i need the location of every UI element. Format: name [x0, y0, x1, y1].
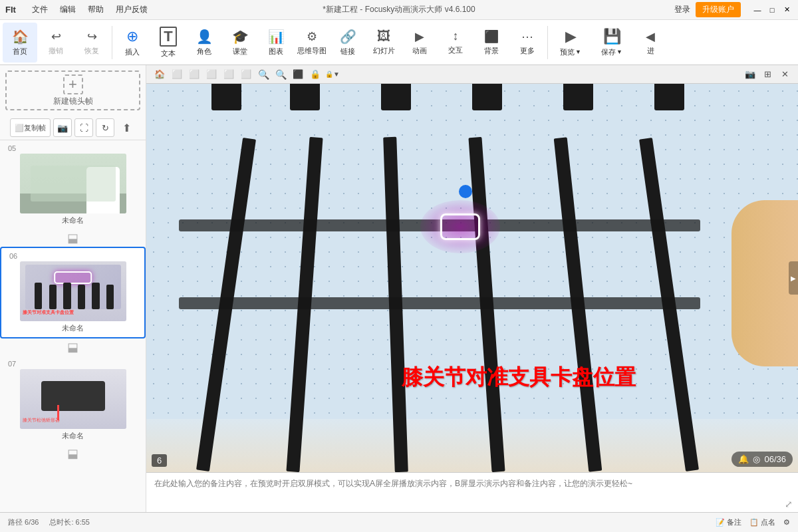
menu-help[interactable]: 帮助	[82, 3, 109, 17]
background-icon: ⬛	[484, 29, 499, 44]
fullscreen-button[interactable]: ⛶	[74, 118, 93, 137]
statusbar-settings-button[interactable]: ⚙	[783, 518, 790, 527]
toolbar-home[interactable]: 🏠 首页	[3, 23, 37, 63]
bottom-area	[146, 419, 798, 472]
toolbar-save[interactable]: 💾 保存 ▼	[592, 23, 632, 63]
statusbar-rename-button[interactable]: 📋 点名	[749, 517, 775, 527]
mindmap-icon: ⚙	[307, 29, 317, 44]
canvas-home-button[interactable]: 🏠	[152, 66, 168, 82]
progress-indicator: 🔔 ◎ 06/36	[732, 452, 793, 467]
slide-item-07[interactable]: 07 膝关节松弛矫形器 未命名	[0, 356, 146, 445]
notes-expand-button[interactable]: ⤢	[785, 499, 793, 509]
login-button[interactable]: 登录	[674, 4, 690, 15]
buckle-5	[563, 84, 593, 110]
undo-icon: ↩	[51, 29, 61, 44]
transition-06-07: ⬓	[0, 338, 146, 356]
copy-frame-button[interactable]: ⬜ 复制帧	[10, 118, 51, 137]
menu-edit[interactable]: 编辑	[55, 3, 81, 17]
statusbar-right: 📝 备注 📋 点名 ⚙	[716, 517, 790, 527]
insert-icon: ⊕	[126, 28, 138, 45]
canvas-crop1-button[interactable]: ⬜	[169, 66, 185, 82]
right-panel-collapse[interactable]: ▶	[789, 261, 798, 295]
buckle-2	[290, 84, 320, 110]
new-frame-button[interactable]: + 新建镜头帧	[5, 70, 140, 110]
slide-label-06: 未命名	[62, 323, 84, 333]
notes-input[interactable]	[146, 473, 798, 512]
close-button[interactable]: ✕	[781, 4, 793, 16]
notes-icon: 📝	[716, 518, 725, 527]
fabric-bg: 6 膝关节对准支具卡盘位置 🔔 ◎ 06/36	[146, 84, 798, 472]
text-icon: T	[160, 27, 176, 47]
canvas-close-button[interactable]: ✕	[777, 66, 793, 82]
canvas-lock-button[interactable]: 🔒	[307, 66, 323, 82]
maximize-button[interactable]: □	[766, 4, 778, 16]
menu-file[interactable]: 文件	[27, 3, 53, 17]
slide-overlay-text: 膝关节对准支具卡盘位置	[402, 363, 636, 392]
animation-icon: ▶	[415, 29, 424, 44]
camera-button[interactable]: 📷	[53, 118, 72, 137]
chart-icon: 📊	[268, 29, 285, 45]
canvas-camera-button[interactable]: 📷	[742, 66, 758, 82]
toolbar-slide[interactable]: 🖼 幻灯片	[366, 23, 401, 63]
canvas-align-button[interactable]: ⬛	[290, 66, 306, 82]
statusbar-notes-button[interactable]: 📝 备注	[716, 517, 741, 527]
rename-icon: 📋	[749, 518, 759, 527]
titlebar: FIt 文件 编辑 帮助 用户反馈 *新建工程 - Focusky动画演示大师 …	[0, 0, 798, 20]
canvas-toolbar-left: 🏠 ⬜ ⬜ ⬜ ⬜ ⬜ 🔍 🔍- ⬛ 🔒 🔒▼	[152, 66, 340, 82]
slide-thumb-06: 膝关节对准支具卡盘位置	[20, 261, 126, 321]
toolbar-interact[interactable]: ↕ 交互	[438, 23, 473, 63]
more-icon: ⋯	[521, 29, 533, 44]
slide-number-badge: 6	[152, 454, 167, 467]
toolbar-insert[interactable]: ⊕ 插入	[115, 23, 150, 63]
canvas-lock2-button[interactable]: 🔒▼	[325, 66, 340, 82]
hstrap-2	[179, 297, 700, 309]
class-icon: 🎓	[232, 29, 249, 45]
app-logo: FIt	[5, 5, 16, 15]
slide-num-05: 05	[8, 144, 16, 152]
main-toolbar: 🏠 首页 ↩ 撤销 ↪ 恢复 ⊕ 插入 T 文本 👤 角色 🎓 课堂 📊 图表 …	[0, 20, 798, 65]
toolbar-mindmap[interactable]: ⚙ 思维导图	[295, 23, 329, 63]
menu-feedback[interactable]: 用户反馈	[110, 3, 153, 17]
toolbar-class[interactable]: 🎓 课堂	[223, 23, 257, 63]
canvas-crop3-button[interactable]: ⬜	[203, 66, 219, 82]
transition-05-06: ⬓	[0, 229, 146, 247]
slide-label-05: 未命名	[62, 215, 84, 225]
statusbar-left: 路径 6/36 总时长: 6:55	[8, 517, 90, 527]
upload-icon: ⬆	[122, 122, 131, 134]
titlebar-right: 登录 升级账户 — □ ✕	[674, 2, 793, 17]
canvas-zoom-out-button[interactable]: 🔍-	[273, 66, 289, 82]
link-icon: 🔗	[340, 29, 356, 45]
main-canvas[interactable]: 6 膝关节对准支具卡盘位置 🔔 ◎ 06/36 ▶	[146, 84, 798, 472]
canvas-crop2-button[interactable]: ⬜	[186, 66, 202, 82]
rotate-button[interactable]: ↻	[96, 118, 114, 137]
canvas-crop4-button[interactable]: ⬜	[221, 66, 237, 82]
minimize-button[interactable]: —	[751, 4, 763, 16]
copy-frame-icon: ⬜	[15, 124, 24, 132]
canvas-grid-button[interactable]: ⊞	[759, 66, 775, 82]
progress-circle: ◎	[753, 454, 760, 464]
toolbar-text[interactable]: T 文本	[151, 23, 186, 63]
toolbar-link[interactable]: 🔗 链接	[331, 23, 365, 63]
upgrade-button[interactable]: 升级账户	[696, 2, 741, 17]
toolbar-background[interactable]: ⬛ 背景	[474, 23, 509, 63]
toolbar-role[interactable]: 👤 角色	[187, 23, 221, 63]
toolbar-undo[interactable]: ↩ 撤销	[39, 23, 73, 63]
save-icon: 💾	[603, 28, 621, 45]
canvas-crop5-button[interactable]: ⬜	[238, 66, 254, 82]
toolbar-redo[interactable]: ↪ 恢复	[74, 23, 109, 63]
slide-item-05[interactable]: 05 未命名	[0, 140, 146, 229]
canvas-zoom-in-button[interactable]: 🔍	[255, 66, 271, 82]
toolbar-chart[interactable]: 📊 图表	[259, 23, 293, 63]
upload-button[interactable]: ⬆	[117, 118, 136, 137]
slide-item-06[interactable]: 06 膝关节对准支具卡盘位置	[0, 247, 146, 338]
buckle-1	[211, 84, 241, 110]
toolbar-animation[interactable]: ▶ 动画	[402, 23, 437, 63]
toolbar-nav[interactable]: ◀ 进	[633, 23, 668, 63]
sidebar-tools: ⬜ 复制帧 📷 ⛶ ↻ ⬆	[0, 116, 146, 140]
canvas-toolbar-right: 📷 ⊞ ✕	[742, 66, 793, 82]
arm-skin	[732, 200, 798, 366]
toolbar-preview[interactable]: ▶ 预览 ▼	[551, 23, 591, 63]
slide-num-06: 06	[9, 252, 17, 260]
titlebar-left: FIt 文件 编辑 帮助 用户反馈	[5, 3, 153, 17]
toolbar-more[interactable]: ⋯ 更多	[510, 23, 545, 63]
